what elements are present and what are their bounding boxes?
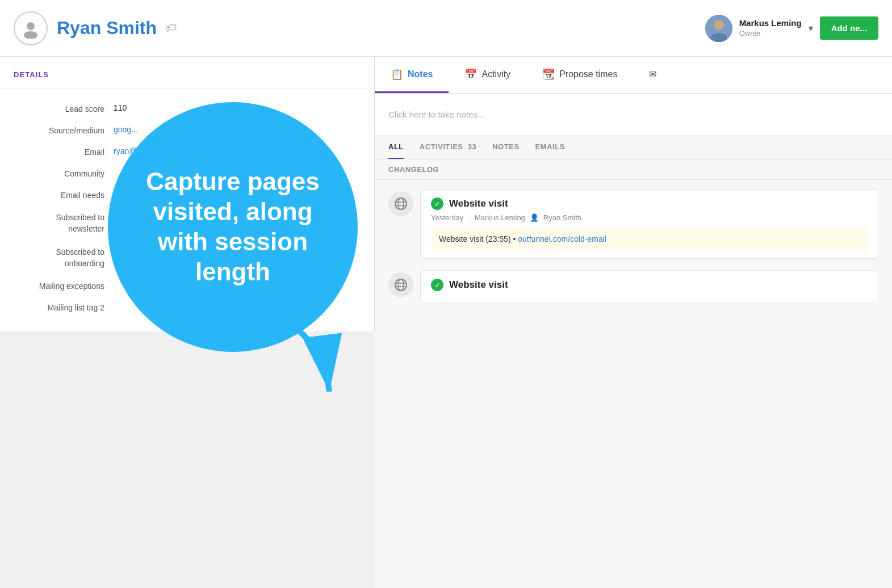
owner-info: Markus Leming Owner bbox=[739, 18, 802, 38]
label-email: Email bbox=[14, 146, 104, 157]
header: Ryan Smith 🏷 Markus Leming Owner ▾ Add n… bbox=[0, 0, 892, 57]
activities-badge: 33 bbox=[468, 142, 477, 151]
sidebar-section-title: DETAILS bbox=[0, 70, 374, 89]
arrow-icon bbox=[278, 324, 346, 397]
propose-tab-icon: 📆 bbox=[542, 68, 555, 81]
tag-icon[interactable]: 🏷 bbox=[166, 22, 177, 35]
tab-propose-times[interactable]: 📆 Propose times bbox=[526, 57, 633, 93]
activity-content-1: ✓ Website visit Yesterday · Markus Lemin… bbox=[420, 189, 878, 259]
value-lead-score: 110 bbox=[114, 103, 127, 112]
owner-avatar bbox=[705, 15, 732, 42]
activity-item-1: ✓ Website visit Yesterday · Markus Lemin… bbox=[375, 189, 892, 270]
tab-propose-label: Propose times bbox=[559, 69, 617, 79]
main-layout: DETAILS Lead score 110 Source/medium goo… bbox=[0, 57, 892, 588]
activity-owner-1: Markus Leming bbox=[475, 213, 525, 222]
dot-sep-1: · bbox=[468, 213, 470, 222]
dot-link-sep: • bbox=[513, 234, 516, 243]
activity-title-2: Website visit bbox=[449, 279, 508, 291]
activity-detail-box-1: Website visit (23:55) • outfunnel.com/co… bbox=[431, 228, 868, 250]
tabs-bar: 📋 Notes 📅 Activity 📆 Propose times ✉ bbox=[375, 57, 892, 94]
activity-content-2: ✓ Website visit bbox=[420, 270, 878, 303]
sub-tab-activities[interactable]: ACTIVITIES 33 bbox=[420, 142, 476, 159]
tab-activity[interactable]: 📅 Activity bbox=[449, 57, 526, 93]
promo-circle: Capture pages visited, along with sessio… bbox=[108, 102, 358, 352]
sub-tab-all-label: ALL bbox=[388, 142, 404, 151]
activity-contact-1: Ryan Smith bbox=[543, 213, 581, 222]
sub-tabs-row2: CHANGELOG bbox=[375, 159, 892, 180]
contact-avatar bbox=[14, 11, 48, 45]
owner-name: Markus Leming bbox=[739, 18, 802, 29]
label-source: Source/medium bbox=[14, 125, 104, 135]
activity-title-row-2: ✓ Website visit bbox=[431, 279, 868, 291]
svg-point-3 bbox=[714, 20, 724, 30]
sub-tabs-row1: ALL ACTIVITIES 33 NOTES EMAILS bbox=[375, 136, 892, 159]
activity-feed: ✓ Website visit Yesterday · Markus Lemin… bbox=[375, 180, 892, 588]
value-source[interactable]: goog... bbox=[114, 125, 138, 134]
sidebar-wrapper: DETAILS Lead score 110 Source/medium goo… bbox=[0, 57, 375, 588]
svg-point-0 bbox=[27, 22, 35, 30]
tab-activity-label: Activity bbox=[481, 69, 510, 79]
label-email-needs: Email needs bbox=[14, 190, 104, 200]
svg-point-1 bbox=[24, 31, 37, 39]
notes-placeholder[interactable]: Click here to take notes... bbox=[388, 105, 878, 124]
header-right: Markus Leming Owner ▾ Add ne... bbox=[705, 15, 878, 42]
sub-tab-all[interactable]: ALL bbox=[388, 142, 404, 159]
activity-title-1: Website visit bbox=[449, 198, 508, 209]
label-mailing-tag2: Mailing list tag 2 bbox=[14, 302, 104, 312]
sub-tab-emails-label: EMAILS bbox=[535, 142, 565, 151]
label-community: Community bbox=[14, 168, 104, 178]
svg-point-11 bbox=[398, 279, 404, 291]
activity-globe-icon-1 bbox=[388, 191, 413, 216]
sub-tab-notes[interactable]: NOTES bbox=[492, 142, 519, 159]
sub-tab-changelog-label: CHANGELOG bbox=[388, 165, 439, 174]
activity-detail-text-1: Website visit (23:55) bbox=[439, 234, 511, 243]
sub-tab-notes-label: NOTES bbox=[492, 142, 519, 151]
label-newsletter: Subscribed tonewsletter bbox=[14, 211, 104, 234]
sub-tab-activities-label: ACTIVITIES bbox=[420, 142, 463, 151]
activity-tab-icon: 📅 bbox=[464, 68, 477, 81]
promo-circle-text: Capture pages visited, along with sessio… bbox=[108, 144, 358, 309]
tab-notes[interactable]: 📋 Notes bbox=[375, 57, 449, 93]
green-check-icon-2: ✓ bbox=[431, 279, 443, 291]
notes-input-area[interactable]: Click here to take notes... bbox=[375, 94, 892, 136]
tab-notes-label: Notes bbox=[408, 69, 433, 79]
activity-date-1: Yesterday bbox=[431, 213, 463, 222]
owner-dropdown-arrow[interactable]: ▾ bbox=[809, 23, 813, 33]
person-icon-1: 👤 bbox=[530, 213, 539, 222]
add-new-button[interactable]: Add ne... bbox=[820, 16, 878, 40]
activity-item-2: ✓ Website visit bbox=[375, 270, 892, 314]
tab-more[interactable]: ✉ bbox=[633, 57, 672, 93]
svg-point-6 bbox=[395, 198, 407, 209]
notes-tab-icon: 📋 bbox=[391, 68, 403, 81]
green-check-icon-1: ✓ bbox=[431, 198, 443, 210]
activity-meta-1: Yesterday · Markus Leming 👤 Ryan Smith bbox=[431, 213, 868, 222]
activity-detail-link-1[interactable]: outfunnel.com/cold-email bbox=[518, 234, 606, 243]
owner-role: Owner bbox=[739, 29, 802, 39]
right-panel: 📋 Notes 📅 Activity 📆 Propose times ✉ Cli… bbox=[375, 57, 892, 588]
header-left: Ryan Smith 🏷 bbox=[14, 11, 177, 45]
svg-point-10 bbox=[395, 279, 407, 291]
label-onboarding: Subscribed toonboarding bbox=[14, 246, 104, 269]
sub-tab-changelog[interactable]: CHANGELOG bbox=[388, 159, 439, 179]
activity-title-row-1: ✓ Website visit bbox=[431, 198, 868, 210]
activity-globe-icon-2 bbox=[388, 272, 413, 297]
label-mailing-exceptions: Mailing exceptions bbox=[14, 280, 104, 291]
label-lead-score: Lead score bbox=[14, 103, 104, 114]
contact-name: Ryan Smith bbox=[57, 18, 157, 39]
svg-point-7 bbox=[398, 198, 404, 209]
tab-more-icon: ✉ bbox=[649, 69, 656, 79]
sub-tab-emails[interactable]: EMAILS bbox=[535, 142, 565, 159]
